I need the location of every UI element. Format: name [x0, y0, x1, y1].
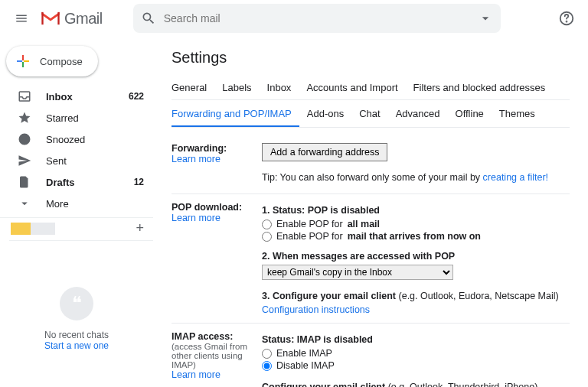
nav-label: Sent	[46, 155, 144, 167]
dropdown-icon[interactable]	[478, 11, 493, 26]
pop-opt1-b: all mail	[348, 219, 380, 229]
main-menu-button[interactable]	[6, 3, 37, 34]
compose-label: Compose	[40, 56, 83, 67]
sidebar-item-inbox[interactable]: Inbox622	[0, 86, 153, 107]
file-icon	[17, 175, 32, 189]
chev-icon	[17, 197, 32, 210]
imap-head: IMAP access:	[172, 331, 262, 342]
search-bar[interactable]	[133, 4, 501, 33]
nav-count: 622	[129, 91, 144, 102]
imap-conf-label: Configure your email client	[262, 382, 388, 387]
pop-enable-new-radio[interactable]	[262, 232, 272, 242]
nav-label: More	[46, 198, 144, 210]
imap-status-val: IMAP is disabled	[297, 334, 373, 345]
hangouts-msg: No recent chats	[9, 330, 144, 340]
pop-opt1-pre: Enable POP for	[276, 219, 343, 229]
sidebar-item-starred[interactable]: Starred	[0, 107, 153, 128]
sidebar-item-drafts[interactable]: Drafts12	[0, 171, 153, 193]
tab-filters-and-blocked-addresses[interactable]: Filters and blocked addresses	[413, 76, 554, 99]
tab-accounts-and-import[interactable]: Accounts and Import	[306, 76, 405, 99]
add-label-button[interactable]: +	[136, 220, 144, 236]
imap-opt2: Disable IMAP	[276, 360, 335, 371]
hamburger-icon	[15, 11, 28, 25]
send-icon	[17, 154, 32, 167]
tab-forwarding-and-pop-imap[interactable]: Forwarding and POP/IMAP	[172, 102, 299, 127]
plus-icon	[14, 52, 32, 70]
svg-point-1	[567, 21, 567, 22]
pop-head: POP download:	[172, 202, 262, 213]
label-chip-grey	[31, 223, 55, 235]
search-icon	[141, 11, 156, 26]
add-forwarding-button[interactable]: Add a forwarding address	[262, 143, 387, 161]
pop-learn-link[interactable]: Learn more	[172, 213, 220, 223]
forwarding-head: Forwarding:	[172, 143, 262, 154]
forwarding-section: Forwarding: Learn more Add a forwarding …	[172, 135, 570, 194]
search-input[interactable]	[164, 12, 478, 24]
pop-opt2-pre: Enable POP for	[276, 231, 343, 242]
sidebar-item-snoozed[interactable]: Snoozed	[0, 128, 153, 150]
forwarding-tip: Tip: You can also forward only some of y…	[262, 172, 483, 183]
settings-tabs-row2: Forwarding and POP/IMAPAdd-onsChatAdvanc…	[172, 102, 570, 128]
create-filter-link[interactable]: creating a filter!	[483, 172, 548, 183]
imap-note: (access Gmail from other clients using I…	[172, 342, 262, 369]
tab-offline[interactable]: Offline	[456, 102, 492, 127]
imap-learn-link[interactable]: Learn more	[172, 369, 220, 380]
tab-themes[interactable]: Themes	[499, 102, 543, 127]
sidebar-item-more[interactable]: More	[0, 193, 153, 214]
gmail-logo-text: Gmail	[64, 10, 103, 28]
gmail-logo[interactable]: Gmail	[40, 10, 103, 28]
page-title: Settings	[172, 49, 570, 67]
header: Gmail	[0, 0, 588, 37]
nav-label: Snoozed	[46, 134, 144, 145]
hangouts-icon: ❝	[60, 287, 93, 320]
star-icon	[17, 111, 32, 125]
compose-button[interactable]: Compose	[6, 46, 98, 76]
tab-add-ons[interactable]: Add-ons	[307, 102, 351, 127]
sidebar-item-sent[interactable]: Sent	[0, 150, 153, 171]
pop-conf-label: 3. Configure your email client	[262, 291, 399, 301]
tab-advanced[interactable]: Advanced	[396, 102, 448, 127]
label-row: +	[0, 217, 153, 239]
settings-tabs-row1: GeneralLabelsInboxAccounts and ImportFil…	[172, 76, 570, 100]
inbox-icon	[17, 89, 32, 103]
pop-conf-eg: (e.g. Outlook, Eudora, Netscape Mail)	[399, 291, 559, 301]
clock-icon	[17, 132, 32, 146]
pop-enable-all-radio[interactable]	[262, 220, 272, 229]
forwarding-learn-link[interactable]: Learn more	[172, 154, 220, 164]
pop-conf-link[interactable]: Configuration instructions	[262, 304, 370, 315]
nav-label: Starred	[46, 112, 144, 124]
imap-section: IMAP access: (access Gmail from other cl…	[172, 324, 570, 387]
pop-action-select[interactable]: keep Gmail's copy in the Inbox	[262, 265, 453, 280]
imap-disable-radio[interactable]	[262, 361, 272, 371]
help-icon	[558, 10, 575, 27]
settings-content: Settings GeneralLabelsInboxAccounts and …	[153, 37, 588, 387]
pop-status-label: 1. Status:	[262, 205, 308, 216]
pop-when-label: 2. When messages are accessed with POP	[262, 251, 455, 262]
tab-labels[interactable]: Labels	[222, 76, 259, 99]
hangouts-widget: ❝ No recent chats Start a new one	[0, 287, 153, 351]
imap-enable-radio[interactable]	[262, 349, 272, 359]
nav-label: Drafts	[46, 177, 134, 188]
imap-status-label: Status:	[262, 334, 297, 345]
help-button[interactable]	[551, 3, 582, 34]
gmail-icon	[40, 10, 61, 27]
nav-label: Inbox	[46, 91, 129, 102]
tab-general[interactable]: General	[172, 76, 214, 99]
pop-opt2-b: mail that arrives from now on	[348, 231, 481, 242]
label-chip[interactable]	[11, 223, 32, 235]
sidebar: Compose Inbox622StarredSnoozedSentDrafts…	[0, 37, 153, 387]
tab-chat[interactable]: Chat	[359, 102, 387, 127]
imap-opt1: Enable IMAP	[276, 348, 332, 359]
nav-count: 12	[134, 177, 144, 187]
tab-inbox[interactable]: Inbox	[267, 76, 299, 99]
imap-conf-eg: (e.g. Outlook, Thunderbird, iPhone)	[388, 382, 538, 387]
hangouts-start-link[interactable]: Start a new one	[9, 340, 144, 351]
pop-status-val: POP is disabled	[308, 205, 380, 216]
pop-section: POP download: Learn more 1. Status: POP …	[172, 194, 570, 324]
